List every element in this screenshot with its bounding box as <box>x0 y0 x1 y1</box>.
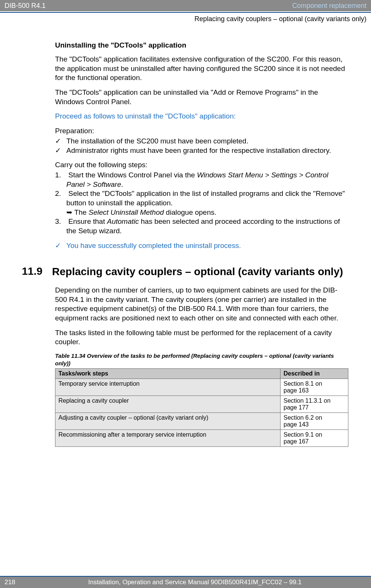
task-cell: Replacing a cavity coupler <box>55 396 281 413</box>
paragraph: Depending on the number of carriers, up … <box>55 286 348 323</box>
paragraph: The "DCTools" application facilitates ex… <box>55 55 348 83</box>
caption-label: Table 11.34 <box>55 352 85 359</box>
table-header: Described in <box>281 369 348 379</box>
text: The <box>74 208 89 216</box>
section-title: Replacing cavity couplers – optional (ca… <box>52 265 343 278</box>
preparation-label: Preparation: <box>55 126 348 136</box>
page-number: 218 <box>5 579 23 586</box>
task-cell: Recommissioning after a temporary servic… <box>55 430 281 447</box>
uninstall-heading: Uninstalling the "DCTools" application <box>55 41 348 49</box>
sub-header: Replacing cavity couplers – optional (ca… <box>0 13 371 23</box>
proceed-instruction: Proceed as follows to uninstall the "DCT… <box>55 112 348 121</box>
content: Uninstalling the "DCTools" application T… <box>0 23 371 447</box>
caption-text: Overview of the tasks to be performed (R… <box>55 352 334 366</box>
header-left: DIB-500 R4.1 <box>5 2 46 10</box>
list-item: The installation of the SC200 must have … <box>55 137 348 146</box>
paragraph: The tasks listed in the following table … <box>55 328 348 347</box>
tasks-table: Tasks/work steps Described in Temporary … <box>55 368 348 447</box>
footer-bar: 218 Installation, Operation and Service … <box>0 577 371 588</box>
text: Select the "DCTools" application in the … <box>66 189 345 207</box>
task-cell: Adjusting a cavity coupler – optional (c… <box>55 413 281 430</box>
text: dialogue opens. <box>164 208 216 216</box>
section-heading: 11.9 Replacing cavity couplers – optiona… <box>55 265 348 278</box>
footer-text: Installation, Operation and Service Manu… <box>23 579 366 586</box>
steps-list: Start the Windows Control Panel via the … <box>55 171 348 236</box>
list-item: Administrator rights must have been gran… <box>55 146 348 155</box>
task-cell: Temporary service interruption <box>55 379 281 396</box>
header-right: Component replacement <box>292 2 366 10</box>
text-italic: Automatic <box>107 217 139 225</box>
table-row: Temporary service interruption Section 8… <box>55 379 348 396</box>
table-caption: Table 11.34 Overview of the tasks to be … <box>55 352 348 367</box>
result-line: The Select Uninstall Method dialogue ope… <box>66 208 348 217</box>
desc-cell: Section 6.2 onpage 143 <box>281 413 348 430</box>
table-row: Recommissioning after a temporary servic… <box>55 430 348 447</box>
success-list: You have successfully completed the unin… <box>55 241 348 251</box>
text-italic: Select Uninstall Method <box>89 208 164 216</box>
desc-cell: Section 8.1 onpage 163 <box>281 379 348 396</box>
page-header: DIB-500 R4.1 Component replacement <box>0 0 371 11</box>
page-footer: 218 Installation, Operation and Service … <box>0 576 371 588</box>
success-item: You have successfully completed the unin… <box>55 241 348 251</box>
text: Ensure that <box>68 217 107 225</box>
desc-cell: Section 11.3.1 onpage 177 <box>281 396 348 413</box>
page: DIB-500 R4.1 Component replacement Repla… <box>0 0 371 588</box>
list-item: Select the "DCTools" application in the … <box>55 189 348 217</box>
paragraph: The "DCTools" application can be uninsta… <box>55 88 348 106</box>
desc-cell: Section 9.1 onpage 167 <box>281 430 348 447</box>
list-item: Start the Windows Control Panel via the … <box>55 171 348 189</box>
table-header: Tasks/work steps <box>55 369 281 379</box>
text: Start the Windows Control Panel via the <box>68 171 197 179</box>
preparation-list: The installation of the SC200 must have … <box>55 137 348 155</box>
text: . <box>121 180 123 188</box>
carry-out-label: Carry out the following steps: <box>55 160 348 170</box>
list-item: Ensure that Automatic has been selected … <box>55 217 348 236</box>
section-number: 11.9 <box>22 265 52 277</box>
table-row: Adjusting a cavity coupler – optional (c… <box>55 413 348 430</box>
table-row: Replacing a cavity coupler Section 11.3.… <box>55 396 348 413</box>
